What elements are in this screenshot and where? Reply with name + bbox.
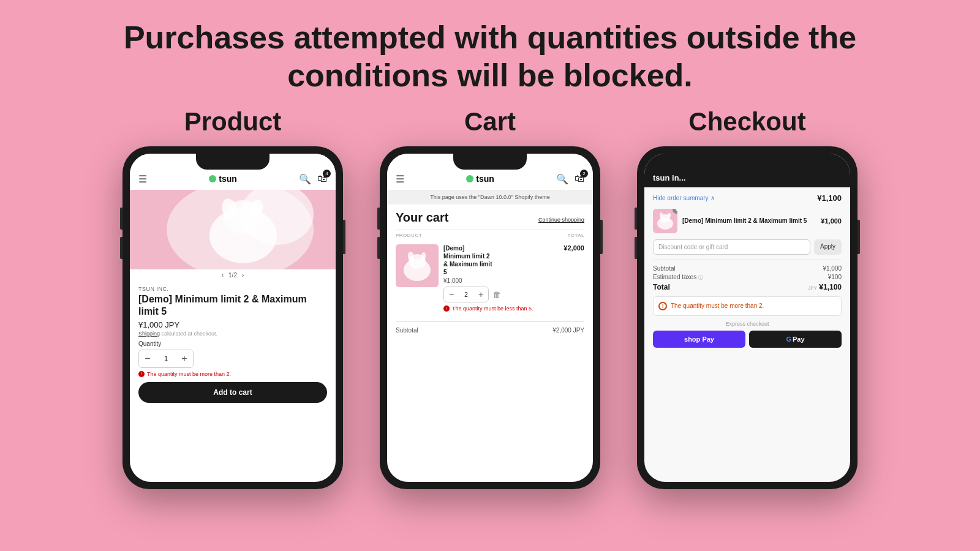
checkout-error-box: ! The quantity must be more than 2.: [653, 296, 842, 316]
checkout-subtotal-label: Subtotal: [653, 265, 676, 272]
checkout-taxes-label: Estimated taxes ⓘ: [653, 274, 703, 281]
taxes-row: Estimated taxes ⓘ ¥100: [653, 274, 842, 281]
cart-error-icon: !: [443, 305, 450, 312]
product-info: TSUN INC. [Demo] Minimum limit 2 & Maxim…: [130, 281, 336, 337]
cart-screen: ☰ tsun 🔍 🛍 2 This page uses the "Dawn: [387, 154, 593, 482]
cart-item-image: [396, 244, 439, 287]
order-item-row: 1 [Demo] Minimum limit 2 & Maximum limit…: [653, 209, 842, 233]
cart-table-header: PRODUCT TOTAL: [396, 230, 584, 241]
cart-qty-row: − 2 + 🗑: [443, 287, 584, 302]
error-icon: !: [138, 371, 145, 377]
subtotal-row: Subtotal ¥1,000: [653, 265, 842, 272]
cart-nav-icons: 🔍 🛍 2: [556, 173, 584, 185]
product-error-msg: ! The quantity must be more than 2.: [138, 371, 327, 377]
cart-section: Cart ☰ tsun 🔍 🛍 2: [380, 107, 600, 489]
express-checkout-label: Express checkout: [653, 321, 842, 327]
taxes-info-icon: ⓘ: [698, 275, 703, 280]
cart-bag-icon[interactable]: 🛍 2: [575, 173, 584, 184]
shipping-link[interactable]: Shipping: [138, 331, 160, 337]
checkout-screen: tsun in... Hide order summary ∧ ¥1,100: [644, 154, 850, 482]
discount-input[interactable]: Discount code or gift card: [653, 239, 810, 255]
cart-qty-val: 2: [459, 291, 473, 298]
add-to-cart-button[interactable]: Add to cart: [138, 382, 327, 403]
checkout-total-label: Total: [653, 283, 670, 291]
side-btn-right: [343, 220, 345, 254]
checkout-error-icon: !: [658, 302, 667, 310]
cart-header: Your cart Continue shopping: [396, 211, 584, 225]
cart-qty-decrease[interactable]: −: [444, 287, 459, 302]
shipping-suffix: calculated at checkout.: [162, 331, 218, 337]
subtotal-value: ¥2,000 JPY: [552, 327, 584, 334]
product-phone: ☰ tsun 🔍 🛍 4: [123, 146, 343, 489]
order-item-info: [Demo] Minimum limit 2 & Maximum limit 5: [682, 217, 816, 225]
cart-search-icon[interactable]: 🔍: [556, 173, 568, 185]
product-image-area: [130, 190, 336, 269]
cart-side-btn-left2: [377, 237, 380, 259]
nav-icons: 🔍 🛍 4: [299, 173, 327, 185]
quantity-control: − 1 +: [138, 350, 194, 368]
cart-qty-increase[interactable]: +: [473, 287, 488, 302]
checkout-total-value: JPY ¥1,100: [808, 283, 842, 291]
quantity-section: Quantity − 1 + ! The quantity must be mo…: [130, 337, 336, 377]
cart-error-msg: ! The quantity must be less than 5.: [443, 305, 584, 312]
product-col-header: PRODUCT: [396, 233, 422, 238]
product-label: Product: [184, 107, 282, 137]
page-title: Purchases attempted with quantities outs…: [124, 18, 856, 95]
grand-total-row: Total JPY ¥1,100: [653, 283, 842, 291]
gpay-pay-label: Pay: [793, 335, 805, 343]
cart-delete-btn[interactable]: 🗑: [492, 290, 501, 299]
cart-item-info: [Demo] Minimum limit 2 & Maximum limit 5…: [443, 244, 584, 312]
order-total: ¥1,100: [817, 193, 842, 203]
hamburger-icon[interactable]: ☰: [138, 173, 147, 185]
checkout-error-text: The quantity must be more than 2.: [671, 302, 764, 309]
product-img-nav: ‹ 1/2 ›: [130, 269, 336, 281]
prev-arrow[interactable]: ‹: [222, 272, 224, 279]
cart-bag-badge: 2: [580, 170, 588, 178]
cart-item-total: ¥2,000: [564, 244, 584, 252]
cart-logo: tsun: [466, 174, 494, 184]
qty-increase-btn[interactable]: +: [176, 350, 193, 367]
checkout-side-btn-right: [858, 220, 860, 254]
qty-decrease-btn[interactable]: −: [139, 350, 156, 367]
gpay-g-blue: G: [786, 335, 791, 343]
product-logo: tsun: [209, 174, 237, 184]
slide-indicator: 1/2: [228, 272, 237, 279]
total-col-header: TOTAL: [567, 233, 584, 238]
cart-subtotal: Subtotal ¥2,000 JPY: [396, 321, 584, 334]
search-icon[interactable]: 🔍: [299, 173, 311, 185]
chevron-up-icon: ∧: [710, 195, 715, 201]
cart-title: Your cart: [396, 211, 448, 225]
checkout-phone: tsun in... Hide order summary ∧ ¥1,100: [637, 146, 858, 489]
order-item-name: [Demo] Minimum limit 2 & Maximum limit 5: [682, 217, 816, 225]
notice-banner: This page uses the "Dawn 10.0.0" Shopify…: [387, 190, 593, 205]
cart-icon[interactable]: 🛍 4: [317, 173, 327, 184]
cart-label: Cart: [464, 107, 516, 137]
subtotal-label: Subtotal: [396, 327, 418, 334]
side-btn-left2: [120, 237, 123, 259]
cart-item-name: [Demo] Minimum limit 2 & Maximum limit 5: [443, 244, 492, 276]
continue-shopping-link[interactable]: Continue shopping: [538, 217, 584, 223]
checkout-subtotal-value: ¥1,000: [823, 265, 842, 272]
cart-phone: ☰ tsun 🔍 🛍 2 This page uses the "Dawn: [380, 146, 600, 489]
checkout-section: Checkout tsun in... Hide order summary ∧: [637, 107, 858, 489]
next-arrow[interactable]: ›: [242, 272, 244, 279]
shop-pay-button[interactable]: shop Pay: [653, 331, 745, 348]
checkout-content: Hide order summary ∧ ¥1,100 1: [644, 187, 850, 348]
discount-apply-btn[interactable]: Apply: [814, 239, 842, 255]
order-item-price: ¥1,000: [821, 217, 842, 225]
order-item-image: 1: [653, 209, 677, 233]
product-name: [Demo] Minimum limit 2 & Maximum limit 5: [138, 293, 327, 318]
phone-notch-product: [196, 154, 270, 170]
cart-product-svg: [396, 244, 439, 287]
checkout-logo: tsun in...: [653, 173, 685, 182]
side-btn-left1: [120, 208, 123, 230]
cart-qty-control: − 2 +: [443, 287, 489, 302]
product-price: ¥1,000 JPY: [138, 320, 327, 329]
phone-notch-cart: [453, 154, 527, 170]
cart-hamburger-icon[interactable]: ☰: [396, 173, 404, 185]
product-section: Product ☰ tsun 🔍 🛍: [123, 107, 343, 489]
cart-item: [Demo] Minimum limit 2 & Maximum limit 5…: [396, 244, 584, 317]
brand-name: TSUN INC.: [138, 286, 327, 292]
gpay-button[interactable]: G Pay: [749, 331, 842, 348]
order-summary-link[interactable]: Hide order summary ∧: [653, 195, 715, 201]
